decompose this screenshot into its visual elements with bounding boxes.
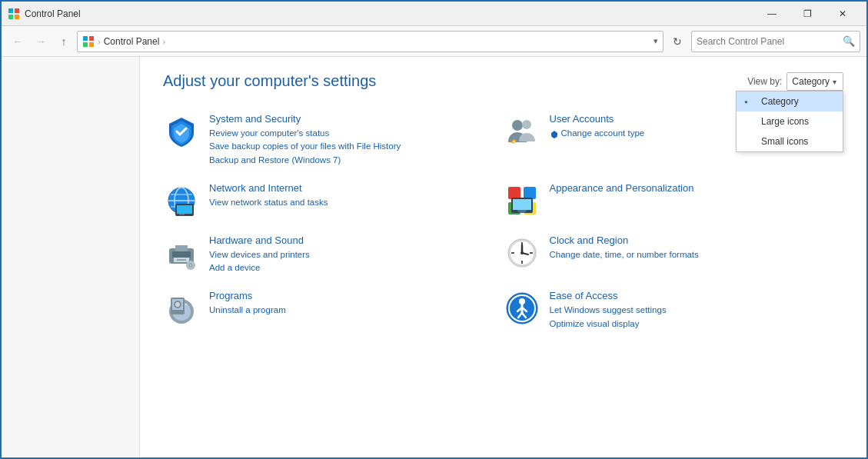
search-input[interactable] <box>697 36 843 47</box>
view-by-value: Category <box>792 76 830 87</box>
icon-appearance <box>504 182 540 219</box>
title-hardware[interactable]: Hardware and Sound <box>209 234 310 246</box>
icon-user-accounts: ★ <box>504 113 540 150</box>
svg-rect-6 <box>83 42 88 47</box>
svg-rect-18 <box>179 214 185 215</box>
icon-system-security <box>163 113 200 150</box>
view-by-bar: View by: Category ▾ <box>747 72 843 91</box>
svg-rect-28 <box>172 251 191 258</box>
svg-point-8 <box>512 120 523 131</box>
link-devices-printers[interactable]: View devices and printers <box>209 248 310 261</box>
link-add-device[interactable]: Add a device <box>209 261 310 274</box>
svg-point-9 <box>522 120 531 129</box>
menu-item-category[interactable]: Category <box>737 91 843 111</box>
content-user-accounts: User Accounts Change account type <box>550 113 645 140</box>
category-system-security: System and Security Review your computer… <box>163 105 504 175</box>
page-title: Adjust your computer's settings <box>163 72 843 90</box>
window-controls: — ❐ ✕ <box>754 2 860 26</box>
address-dropdown-arrow[interactable]: ▾ <box>653 36 658 46</box>
forward-button[interactable]: → <box>31 32 51 52</box>
up-button[interactable]: ↑ <box>54 32 74 52</box>
link-uninstall[interactable]: Uninstall a program <box>209 304 286 317</box>
svg-rect-26 <box>519 211 525 213</box>
left-panel <box>2 57 140 459</box>
view-by-menu: Category Large icons Small icons <box>736 91 843 152</box>
link-backup-restore[interactable]: Backup and Restore (Windows 7) <box>209 154 401 167</box>
svg-point-43 <box>520 251 524 254</box>
restore-button[interactable]: ❐ <box>790 2 825 26</box>
content-programs: Programs Uninstall a program <box>209 290 286 317</box>
content-ease-access: Ease of Access Let Windows suggest setti… <box>550 290 667 331</box>
title-appearance[interactable]: Appearance and Personalization <box>550 182 694 194</box>
category-appearance: Appearance and Personalization <box>504 175 844 227</box>
svg-rect-29 <box>175 245 188 251</box>
address-box[interactable]: › Control Panel › ▾ <box>77 31 663 52</box>
svg-rect-7 <box>89 42 94 47</box>
back-button[interactable]: ← <box>8 32 28 52</box>
title-system-security[interactable]: System and Security <box>209 113 401 125</box>
content-system-security: System and Security Review your computer… <box>209 113 401 167</box>
title-user-accounts[interactable]: User Accounts <box>550 113 645 125</box>
address-sep2: › <box>162 37 165 46</box>
svg-point-51 <box>175 302 180 307</box>
svg-rect-5 <box>89 36 94 41</box>
svg-rect-4 <box>83 36 88 41</box>
category-programs: Programs Uninstall a program <box>163 282 504 338</box>
refresh-button[interactable]: ↻ <box>667 31 688 52</box>
address-crumb1: Control Panel <box>104 36 160 47</box>
menu-item-small-icons[interactable]: Small icons <box>737 131 843 151</box>
menu-item-large-icons[interactable]: Large icons <box>737 111 843 131</box>
svg-rect-20 <box>524 187 536 199</box>
category-ease-access: Ease of Access Let Windows suggest setti… <box>504 282 844 338</box>
dropdown-arrow-icon: ▾ <box>833 78 836 86</box>
title-network[interactable]: Network and Internet <box>209 182 328 194</box>
content-network: Network and Internet View network status… <box>209 182 328 209</box>
category-clock: Clock and Region Change date, time, or n… <box>504 227 844 283</box>
svg-rect-3 <box>15 15 19 19</box>
icon-hardware <box>163 234 200 271</box>
svg-rect-24 <box>513 199 531 210</box>
address-sep1: › <box>98 37 101 46</box>
svg-rect-1 <box>15 8 19 13</box>
search-box[interactable]: 🔍 <box>691 31 860 52</box>
title-clock[interactable]: Clock and Region <box>550 234 699 246</box>
link-date-time[interactable]: Change date, time, or number formats <box>550 248 699 261</box>
link-visual-display[interactable]: Optimize visual display <box>550 318 667 331</box>
link-change-account-type[interactable]: Change account type <box>550 127 645 140</box>
view-by-label: View by: <box>747 76 782 87</box>
icon-ease-access <box>504 290 540 327</box>
svg-rect-2 <box>8 15 13 19</box>
content-appearance: Appearance and Personalization <box>550 182 694 196</box>
titlebar: Control Panel — ❐ ✕ <box>2 2 866 26</box>
content-area: Adjust your computer's settings View by:… <box>140 57 866 459</box>
icon-clock <box>504 234 540 271</box>
content-clock: Clock and Region Change date, time, or n… <box>550 234 699 261</box>
svg-rect-31 <box>177 259 186 261</box>
link-review-status[interactable]: Review your computer's status <box>209 127 401 140</box>
svg-rect-17 <box>177 205 192 214</box>
title-programs[interactable]: Programs <box>209 290 286 301</box>
svg-rect-19 <box>508 187 520 199</box>
search-icon[interactable]: 🔍 <box>843 35 855 47</box>
svg-point-34 <box>190 264 191 266</box>
svg-rect-0 <box>8 8 13 13</box>
category-network: Network and Internet View network status… <box>163 175 504 227</box>
category-hardware: Hardware and Sound View devices and prin… <box>163 227 504 283</box>
minimize-button[interactable]: — <box>754 2 790 26</box>
icon-network <box>163 182 200 219</box>
content-hardware: Hardware and Sound View devices and prin… <box>209 234 310 275</box>
close-button[interactable]: ✕ <box>825 2 860 26</box>
window-title: Control Panel <box>25 8 754 19</box>
svg-rect-25 <box>517 210 527 211</box>
link-suggest-settings[interactable]: Let Windows suggest settings <box>550 304 667 317</box>
link-file-history[interactable]: Save backup copies of your files with Fi… <box>209 140 401 153</box>
address-crumb-icon <box>82 35 95 48</box>
link-network-status[interactable]: View network status and tasks <box>209 196 328 209</box>
addressbar: ← → ↑ › Control Panel › ▾ ↻ 🔍 <box>2 26 866 57</box>
icon-programs <box>163 290 200 327</box>
window-icon <box>8 8 20 20</box>
title-ease-access[interactable]: Ease of Access <box>550 290 667 301</box>
main-area: Adjust your computer's settings View by:… <box>2 57 866 459</box>
view-by-dropdown[interactable]: Category ▾ <box>787 72 843 91</box>
